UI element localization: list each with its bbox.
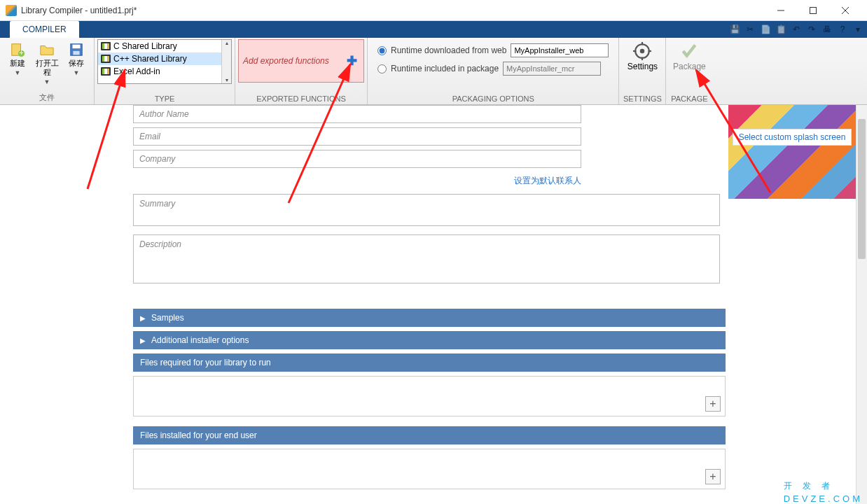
chevron-right-icon: ▶ (140, 337, 146, 344)
watermark: 开 发 者 DEVZE.COM (784, 471, 863, 504)
exported-functions-box[interactable]: Add exported functions ✚ (238, 39, 364, 83)
gear-icon (633, 42, 651, 60)
library-info-form: Author Name Email Company 设置为默认联系人 Summa… (133, 105, 726, 284)
runtime-web-option[interactable]: Runtime downloaded from web (377, 43, 609, 57)
runtime-web-radio[interactable] (377, 46, 387, 55)
ribbon: + 新建 ▼ 打开工程 ▼ 保存 ▼ 文件 C Shared Library C… (0, 38, 867, 105)
installed-files-box[interactable]: + (133, 449, 726, 489)
company-field[interactable]: Company (133, 150, 581, 168)
author-field[interactable]: Author Name (133, 105, 581, 123)
more-icon[interactable]: ▾ (852, 23, 864, 36)
ribbon-group-package: Package PACKAGE (666, 38, 712, 104)
open-icon (39, 42, 55, 57)
main-scroll[interactable]: Author Name Email Company 设置为默认联系人 Summa… (0, 105, 867, 504)
scrollbar-thumb[interactable] (858, 119, 866, 259)
add-installed-file-button[interactable]: + (705, 469, 721, 484)
redo-icon[interactable]: ↷ (805, 23, 818, 36)
email-field[interactable]: Email (133, 127, 581, 146)
undo-icon[interactable]: ↶ (790, 23, 803, 36)
type-listbox[interactable]: C Shared Library C++ Shared Library Exce… (97, 39, 232, 84)
description-field[interactable]: Description (133, 234, 720, 284)
chevron-down-icon: ▼ (44, 78, 50, 85)
add-required-file-button[interactable]: + (705, 396, 721, 412)
section-samples[interactable]: ▶Samples (133, 309, 726, 327)
type-item[interactable]: C Shared Library (98, 40, 231, 52)
library-icon (101, 42, 111, 50)
save-icon (69, 42, 84, 57)
chevron-down-icon: ▼ (15, 69, 21, 76)
splash-screen-selector[interactable]: Select custom splash screen (728, 105, 856, 199)
print-icon[interactable]: 🖶 (821, 23, 833, 36)
new-icon: + (10, 42, 25, 57)
save-icon[interactable]: 💾 (728, 23, 741, 36)
quick-access-toolbar: 💾 ✂ 📄 📋 ↶ ↷ 🖶 ? ▾ (728, 21, 864, 38)
library-icon (101, 55, 111, 63)
section-additional-options[interactable]: ▶Additional installer options (133, 331, 726, 349)
paste-icon[interactable]: 📋 (775, 23, 787, 36)
type-item[interactable]: Excel Add-in (98, 65, 231, 78)
save-button[interactable]: 保存 ▼ (62, 39, 91, 76)
settings-button[interactable]: Settings (622, 39, 663, 71)
runtime-package-option[interactable]: Runtime included in package (377, 62, 609, 76)
copy-icon[interactable]: 📄 (759, 23, 772, 36)
runtime-package-radio[interactable] (377, 64, 387, 74)
library-icon (101, 67, 111, 76)
package-button[interactable]: Package (669, 39, 709, 71)
summary-field[interactable]: Summary (133, 194, 720, 226)
default-contact-link[interactable]: 设置为默认联系人 (133, 172, 581, 194)
required-files-box[interactable]: + (133, 376, 726, 416)
chevron-down-icon: ▼ (74, 69, 80, 76)
minimize-button[interactable] (765, 0, 797, 21)
svg-rect-1 (810, 7, 817, 13)
type-item-selected[interactable]: C++ Shared Library (98, 52, 231, 65)
new-button[interactable]: + 新建 ▼ (3, 39, 32, 76)
section-required-files: Files required for your library to run (133, 354, 726, 372)
tab-compiler[interactable]: COMPILER (10, 21, 79, 38)
chevron-right-icon: ▶ (140, 314, 146, 322)
svg-rect-8 (73, 45, 81, 48)
svg-rect-9 (73, 51, 79, 55)
ribbon-group-packaging: Runtime downloaded from web Runtime incl… (368, 38, 619, 104)
window-title: Library Compiler - untitled1.prj* (21, 6, 765, 15)
check-icon (680, 42, 698, 60)
scrollbar[interactable]: ▴▾ (221, 40, 231, 83)
runtime-web-field[interactable] (511, 43, 609, 57)
ribbon-group-exported: Add exported functions ✚ EXPORTED FUNCTI… (235, 38, 368, 104)
svg-point-11 (640, 49, 645, 54)
ribbon-group-type: C Shared Library C++ Shared Library Exce… (95, 38, 235, 104)
add-function-button[interactable]: ✚ (344, 53, 359, 69)
section-installed-files: Files installed for your end user (133, 426, 726, 444)
open-button[interactable]: 打开工程 ▼ (32, 39, 62, 85)
maximize-button[interactable] (797, 0, 829, 21)
cut-icon[interactable]: ✂ (744, 23, 756, 36)
tabstrip: COMPILER 💾 ✂ 📄 📋 ↶ ↷ 🖶 ? ▾ (0, 21, 867, 38)
svg-text:+: + (19, 48, 23, 57)
help-icon[interactable]: ? (836, 23, 849, 36)
titlebar: Library Compiler - untitled1.prj* (0, 0, 867, 21)
app-icon (6, 5, 17, 16)
close-button[interactable] (829, 0, 861, 21)
ribbon-group-file: + 新建 ▼ 打开工程 ▼ 保存 ▼ 文件 (0, 38, 95, 104)
ribbon-group-settings: Settings SETTINGS (619, 38, 666, 104)
runtime-package-field (503, 62, 601, 76)
vertical-scrollbar[interactable] (856, 105, 867, 504)
